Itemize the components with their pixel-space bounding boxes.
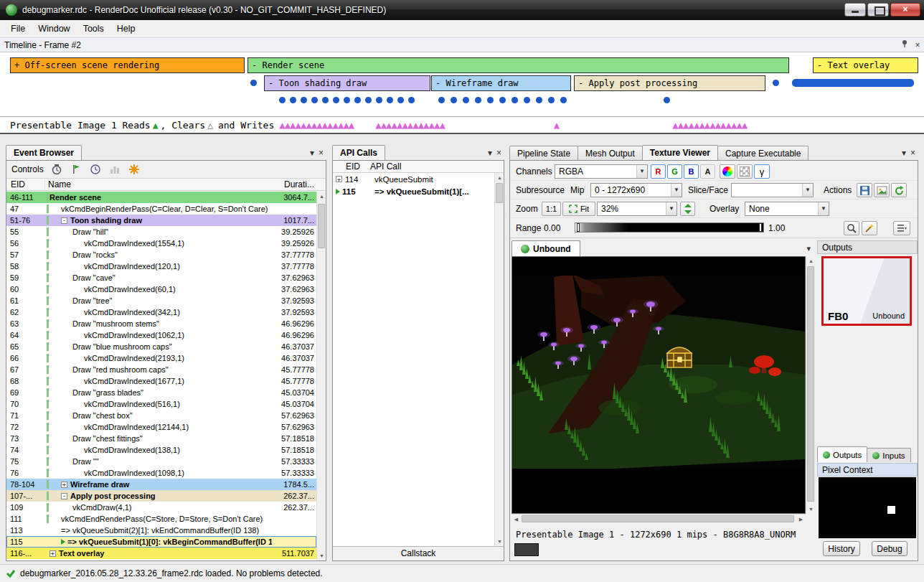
texture-display[interactable]	[512, 256, 806, 514]
timeline-dots-wireframe[interactable]	[438, 97, 567, 103]
column-name[interactable]: Name	[45, 179, 281, 189]
range-min-handle[interactable]	[577, 223, 580, 232]
timeline-event-dot[interactable]	[451, 97, 457, 103]
range-max-handle[interactable]	[759, 223, 762, 232]
timeline-block-toon-shading[interactable]: - Toon shading draw	[264, 75, 430, 91]
window-titlebar[interactable]: debugmarker.rdc - RenderDoc Unofficial r…	[0, 0, 924, 20]
column-eid[interactable]: EID	[6, 179, 45, 189]
event-row[interactable]: 69Draw "grass blades"45.03704	[6, 387, 316, 398]
tree-expander[interactable]: -	[61, 217, 67, 224]
chevron-down-icon[interactable]: ▾	[902, 148, 906, 158]
timeline-dots-toon[interactable]	[279, 97, 415, 103]
event-table-header[interactable]: EID Name Durati...	[6, 179, 326, 191]
event-row[interactable]: 57Draw "rocks"37.77778	[6, 249, 316, 261]
chevron-down-icon[interactable]: ▾	[488, 148, 492, 158]
pin-icon[interactable]	[898, 39, 911, 50]
history-button[interactable]: History	[823, 541, 860, 556]
timeline-event-dot[interactable]	[290, 97, 296, 103]
timeline-event-dot[interactable]	[475, 97, 481, 103]
timeline-event-dot[interactable]	[560, 97, 567, 103]
event-browser-scrollbar[interactable]: ▲ ▼	[316, 192, 326, 560]
timeline-event-dot[interactable]	[408, 97, 415, 103]
channel-green-toggle[interactable]: G	[667, 164, 682, 179]
timeline-event-dot[interactable]	[311, 97, 318, 103]
event-row[interactable]: 66vkCmdDrawIndexed(2193,1)46.37037	[6, 352, 316, 364]
timeline-dots-postproc[interactable]	[664, 97, 670, 103]
event-row[interactable]: 65Draw "blue mushroom caps"46.37037	[6, 341, 316, 352]
mip-select[interactable]: 0 - 1272x690▼	[590, 183, 682, 197]
tab-texture-viewer[interactable]: Texture Viewer	[642, 145, 718, 160]
settings-star-icon[interactable]	[128, 163, 141, 176]
event-row[interactable]: 64vkCmdDrawIndexed(1062,1)46.96296	[6, 329, 316, 341]
channel-alpha-toggle[interactable]: A	[700, 164, 715, 179]
event-row[interactable]: 116-...+Text overlay511.7037	[6, 548, 316, 559]
menu-window[interactable]: Window	[32, 21, 76, 37]
tab-list-chevron-icon[interactable]: ▾	[806, 244, 815, 256]
event-row[interactable]: 47vkCmdBeginRenderPass(C=Clear, D=Clear,…	[6, 203, 316, 215]
column-duration[interactable]: Durati...	[281, 179, 326, 189]
pixel-context-view[interactable]	[819, 477, 916, 538]
api-calls-scrollbar[interactable]: ▲ ▼	[494, 173, 504, 546]
maximize-button[interactable]	[867, 3, 889, 17]
color-wheel-button[interactable]	[720, 164, 735, 179]
event-row[interactable]: 71Draw "chest box"57.62963	[6, 410, 316, 421]
menu-help[interactable]: Help	[110, 21, 142, 37]
tab-mesh-output[interactable]: Mesh Output	[578, 146, 643, 160]
framebuffer-thumbnail-fb0[interactable]: FB0 Unbound	[821, 256, 912, 326]
timeline-event-dot[interactable]	[376, 97, 382, 103]
timeline-event-dot[interactable]	[279, 97, 286, 103]
range-slider[interactable]	[575, 222, 764, 233]
event-row[interactable]: 113=> vkQueueSubmit(2)[1]: vkEndCommandB…	[6, 525, 316, 536]
autofit-range-button[interactable]	[862, 221, 877, 235]
event-row[interactable]: 68vkCmdDrawIndexed(1677,1)45.77778	[6, 375, 316, 387]
api-table-header[interactable]: EID API Call	[333, 161, 504, 173]
timeline-block-postproc[interactable]: - Apply post processing	[574, 75, 765, 91]
event-row[interactable]: 61Draw "tree"37.92593	[6, 295, 316, 306]
channel-blue-toggle[interactable]: B	[684, 164, 699, 179]
timeline-block-wireframe[interactable]: - Wireframe draw	[431, 75, 571, 91]
time-draws-icon[interactable]	[50, 163, 63, 176]
timeline-canvas[interactable]: + Off-screen scene rendering - Render sc…	[0, 52, 924, 116]
event-row[interactable]: 109vkCmdDraw(4,1)262.37...	[6, 502, 316, 513]
event-row[interactable]: 46-111Render scene3064.7...	[6, 192, 316, 203]
zoom-fit-button[interactable]: Fit	[562, 202, 595, 216]
event-row[interactable]: 62vkCmdDrawIndexed(342,1)37.92593	[6, 306, 316, 318]
event-row[interactable]: 107-...-Apply post processing262.37...	[6, 490, 316, 502]
timeline-event-dot[interactable]	[512, 97, 518, 103]
gamma-toggle[interactable]: γ	[754, 164, 770, 179]
column-eid[interactable]: EID	[333, 161, 370, 172]
texture-vertical-scrollbar[interactable]: ▲ ▼	[806, 256, 815, 514]
overlay-select[interactable]: None▼	[745, 202, 829, 216]
event-row[interactable]: 74vkCmdDrawIndexed(138,1)57.18518	[6, 444, 316, 456]
texture-tab-unbound[interactable]: Unbound	[512, 240, 580, 256]
close-button[interactable]: ×	[890, 3, 920, 17]
tree-expander[interactable]: +	[50, 550, 56, 557]
timeline-event-dot[interactable]	[664, 97, 670, 103]
usage-markers-wireframe[interactable]: ▲▲▲▲▲▲▲▲▲▲▲▲▲	[375, 119, 445, 131]
timeline-event-dot[interactable]	[344, 97, 350, 103]
chevron-down-icon[interactable]: ▾	[310, 148, 314, 158]
api-call-row[interactable]: +114vkQueueSubmit	[333, 173, 504, 185]
timeline-event-dot[interactable]	[354, 97, 361, 103]
refresh-button[interactable]	[891, 183, 907, 197]
usage-marker-postproc[interactable]: ▲	[554, 119, 559, 131]
tab-event-browser[interactable]: Event Browser	[6, 145, 82, 160]
tab-inputs[interactable]: Inputs	[867, 448, 910, 462]
texture-horizontal-scrollbar[interactable]: ◀ ▶	[512, 514, 806, 523]
event-row[interactable]: 72vkCmdDrawIndexed(12144,1)57.62963	[6, 421, 316, 433]
timeline-event-dot[interactable]	[397, 97, 404, 103]
timeline-event-dot[interactable]	[524, 97, 530, 103]
stats-icon[interactable]	[108, 163, 121, 176]
callstack-section[interactable]: Callstack	[333, 546, 504, 560]
timeline-event-dot[interactable]	[438, 97, 445, 103]
event-row[interactable]: 76vkCmdDrawIndexed(1098,1)57.33333	[6, 467, 316, 479]
api-call-row[interactable]: 115=> vkQueueSubmit(1)[...	[333, 185, 504, 197]
menu-file[interactable]: File	[4, 21, 32, 37]
timeline-event-dot[interactable]	[499, 97, 506, 103]
bookmark-flag-icon[interactable]	[70, 163, 82, 176]
timeline-event-dot[interactable]	[301, 97, 307, 103]
usage-markers-text-overlay[interactable]: ▲▲▲▲▲▲▲▲▲▲▲▲▲▲	[672, 119, 747, 131]
event-row[interactable]: 67Draw "red mushroom caps"45.77778	[6, 364, 316, 375]
timeline-event-dot[interactable]	[322, 97, 329, 103]
event-row[interactable]: 73Draw "chest fittings"57.18518	[6, 433, 316, 444]
